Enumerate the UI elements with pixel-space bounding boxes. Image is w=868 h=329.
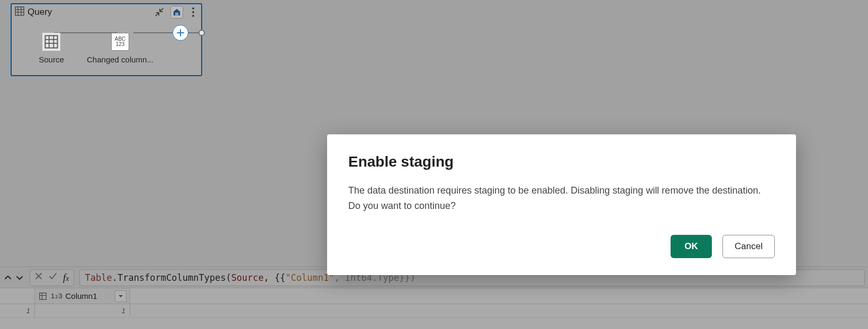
add-step-button[interactable] <box>173 25 188 41</box>
dialog-body: The data destination requires staging to… <box>348 183 775 214</box>
table-icon <box>42 33 60 51</box>
plus-icon <box>176 29 185 37</box>
svg-rect-6 <box>45 35 57 48</box>
dialog-button-row: OK Cancel <box>348 235 775 258</box>
dialog-title: Enable staging <box>348 153 775 170</box>
type-icon: ABC 123 <box>111 33 129 51</box>
cancel-button[interactable]: Cancel <box>722 235 775 258</box>
step-connector <box>54 32 117 33</box>
enable-staging-dialog: Enable staging The data destination requ… <box>327 134 796 275</box>
type-icon-text-bottom: 123 <box>116 42 125 47</box>
output-port[interactable] <box>198 30 205 36</box>
type-icon-text-top: ABC <box>115 36 126 42</box>
ok-button[interactable]: OK <box>671 235 712 258</box>
